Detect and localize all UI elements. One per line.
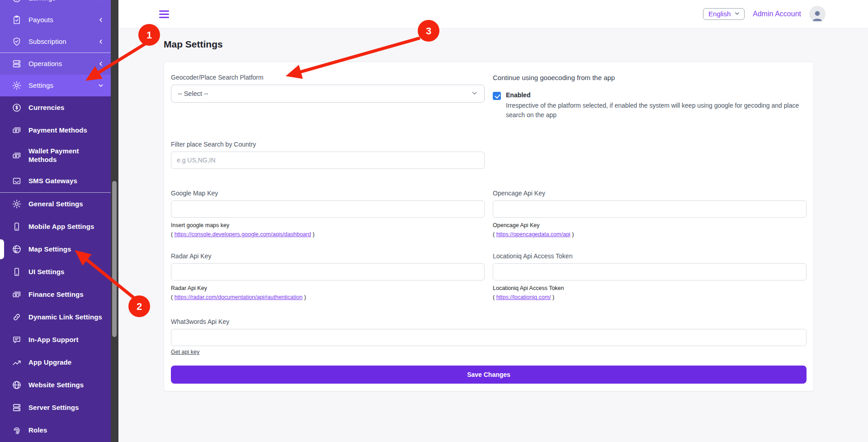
locationiq-input[interactable] [493, 263, 807, 280]
radar-input[interactable] [171, 263, 485, 280]
sidebar-item-map-settings[interactable]: Map Settings [0, 238, 111, 261]
sidebar-item-roles[interactable]: Roles [0, 419, 111, 442]
globe-icon [12, 244, 22, 254]
sidebar-item-subscription[interactable]: Subscription [0, 31, 111, 52]
topbar-right-group: English Admin Account [703, 6, 826, 22]
what3words-field-group: What3words Api Key Get api key [171, 318, 807, 366]
language-select-value: English [708, 10, 731, 18]
sidebar-item-label: Wallet Payment Methods [28, 147, 104, 164]
google-map-key-field-group: Google Map Key Insert google maps key ( … [171, 190, 485, 252]
chevron-left-icon [97, 0, 104, 2]
sidebar-scrollbar-track[interactable] [111, 0, 118, 442]
banknotes-icon [12, 125, 22, 135]
paren: ) [571, 231, 574, 238]
sidebar-item-label: UI Settings [28, 268, 104, 276]
get-api-key-link[interactable]: Get api key [171, 349, 199, 355]
mail-icon [12, 176, 22, 186]
sidebar-item-label: Operations [28, 60, 97, 68]
sidebar-item-label: Dynamic Link Settings [28, 313, 104, 322]
filter-country-field-group: Filter place Search by Country [171, 141, 485, 190]
sidebar-item-server-settings[interactable]: Server Settings [0, 396, 111, 419]
locationiq-link[interactable]: https://locationiq.com/ [496, 294, 551, 300]
person-icon [811, 9, 824, 22]
chevron-left-icon [97, 38, 104, 45]
sidebar-item-label: Roles [28, 426, 104, 435]
radar-field-group: Radar Api Key Radar Api Key ( https://ra… [171, 252, 485, 318]
helper-text: Opencage Api Key [493, 222, 540, 228]
google-map-key-input[interactable] [171, 200, 485, 218]
sidebar-item-dynamic-link-settings[interactable]: Dynamic Link Settings [0, 306, 111, 328]
banknotes-icon [12, 290, 22, 299]
dollar-circle-icon [12, 0, 22, 3]
what3words-input[interactable] [171, 329, 807, 346]
opencage-link[interactable]: https://opencagedata.com/api [496, 231, 571, 238]
trend-up-icon [12, 357, 22, 367]
sidebar-item-sms-gateways[interactable]: SMS Gateways [0, 170, 111, 192]
sidebar-item-label: Earnings [28, 0, 97, 2]
sidebar-item-label: General Settings [28, 200, 104, 209]
sidebar-item-label: Settings [28, 81, 97, 90]
enabled-description: Irrespective of the platform selected, i… [506, 101, 804, 120]
geocoder-label: Geocoder/Place Search Platform [171, 74, 485, 81]
sidebar-item-wallet-payment-methods[interactable]: Wallet Payment Methods [0, 142, 111, 170]
opencage-input[interactable] [493, 200, 807, 218]
enabled-checkbox[interactable] [493, 92, 501, 100]
sidebar-item-ui-settings[interactable]: UI Settings [0, 261, 111, 283]
geocoder-field-group: Geocoder/Place Search Platform -- Select… [171, 74, 485, 141]
radar-link[interactable]: https://radar.com/documentation/api#auth… [175, 294, 303, 300]
chevron-down-icon [734, 10, 740, 18]
phone-icon [12, 222, 22, 232]
chevron-left-icon [97, 60, 104, 67]
helper-text: Locationiq Api Access Token [493, 285, 564, 291]
google-map-key-helper: Insert google maps key ( https://console… [171, 221, 485, 239]
geocoder-select[interactable]: -- Select -- [171, 85, 485, 103]
sidebar-item-currencies[interactable]: Currencies [0, 96, 111, 119]
chevron-left-icon [97, 16, 104, 24]
opencage-helper: Opencage Api Key ( https://opencagedata.… [493, 221, 807, 239]
globe-meridians-icon [12, 380, 22, 390]
sidebar-item-label: Mobile App Settings [28, 223, 104, 231]
sidebar-item-label: In-App Support [28, 336, 104, 344]
link-icon [12, 312, 22, 322]
paren: ( [171, 231, 175, 238]
shield-check-icon [12, 37, 22, 47]
enabled-text-group: Enabled Irrespective of the platform sel… [506, 91, 804, 120]
menu-icon[interactable] [159, 10, 169, 18]
sidebar-item-payouts[interactable]: Payouts [0, 9, 111, 31]
sidebar-item-label: Website Settings [28, 381, 104, 390]
filter-country-input[interactable] [171, 152, 485, 169]
continue-geocoding-title: Continue using gooecoding from the app [493, 74, 807, 81]
save-changes-button[interactable]: Save Changes [171, 366, 807, 384]
paren: ) [302, 294, 306, 300]
sidebar-item-finance-settings[interactable]: Finance Settings [0, 283, 111, 306]
paren: ) [551, 294, 555, 300]
sidebar-item-label: Payouts [28, 16, 97, 24]
server-icon [12, 403, 22, 413]
continue-geocoding-group: Continue using gooecoding from the app E… [493, 74, 807, 141]
google-map-key-link[interactable]: https://console.developers.google.com/ap… [175, 231, 311, 238]
sidebar-item-earnings[interactable]: Earnings [0, 0, 111, 9]
locationiq-label: Locationiq Api Access Token [493, 252, 807, 260]
sidebar-item-payment-methods[interactable]: Payment Methods [0, 119, 111, 142]
helper-text: Insert google maps key [171, 222, 229, 228]
sidebar-item-settings[interactable]: Settings [0, 75, 111, 96]
sidebar-item-label: SMS Gateways [28, 177, 104, 185]
gear-icon [12, 81, 22, 90]
sidebar-item-website-settings[interactable]: Website Settings [0, 374, 111, 396]
phone-icon [12, 267, 22, 277]
sidebar-item-mobile-app-settings[interactable]: Mobile App Settings [0, 215, 111, 238]
opencage-label: Opencage Api Key [493, 190, 807, 197]
avatar[interactable] [809, 6, 826, 22]
topbar: English Admin Account [118, 0, 868, 28]
sidebar-item-in-app-support[interactable]: In-App Support [0, 328, 111, 351]
sidebar-scrollbar-thumb[interactable] [112, 181, 117, 337]
sidebar-item-general-settings[interactable]: General Settings [0, 193, 111, 215]
sidebar-item-app-upgrade[interactable]: App Upgrade [0, 351, 111, 374]
server-icon [12, 59, 22, 69]
language-select[interactable]: English [703, 8, 745, 20]
account-menu[interactable]: Admin Account [753, 10, 801, 18]
chat-icon [12, 335, 22, 345]
opencage-field-group: Opencage Api Key Opencage Api Key ( http… [493, 190, 807, 252]
sidebar-item-label: Server Settings [28, 404, 104, 412]
sidebar-item-operations[interactable]: Operations [0, 53, 111, 75]
